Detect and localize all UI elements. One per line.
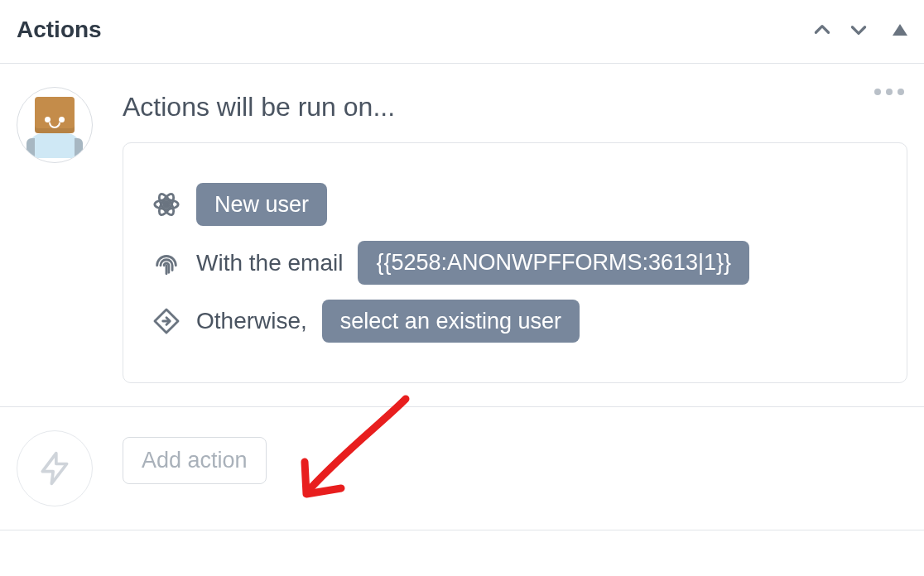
directions-icon (152, 307, 181, 335)
svg-marker-5 (42, 454, 66, 484)
atom-icon (152, 190, 181, 218)
user-avatar (17, 87, 93, 163)
boxhead-avatar-icon (26, 92, 84, 158)
actions-header: Actions (0, 0, 924, 64)
run-on-section: Actions will be run on... New user (0, 64, 924, 407)
rules-card: New user With the email {{5258:ANONWPFFO… (123, 142, 907, 383)
add-action-section: Add action (0, 407, 924, 530)
rule-with-email: With the email {{5258:ANONWPFFORMS:3613|… (152, 241, 878, 284)
move-down-button[interactable] (848, 19, 869, 41)
new-user-chip[interactable]: New user (196, 183, 327, 226)
collapse-toggle[interactable] (893, 24, 907, 36)
run-on-title: Actions will be run on... (123, 92, 907, 122)
lightning-icon (36, 450, 73, 487)
header-controls (811, 19, 907, 41)
add-action-button[interactable]: Add action (123, 437, 267, 484)
otherwise-label: Otherwise, (196, 308, 307, 334)
action-icon-circle (17, 430, 93, 506)
move-up-button[interactable] (811, 19, 833, 41)
with-email-label: With the email (196, 250, 343, 276)
run-on-body: Actions will be run on... New user (123, 87, 907, 383)
svg-point-0 (164, 202, 170, 208)
rule-otherwise: Otherwise, select an existing user (152, 300, 878, 343)
section-more-button[interactable] (874, 89, 904, 95)
header-title: Actions (17, 17, 102, 43)
add-action-body: Add action (123, 430, 907, 484)
rule-new-user: New user (152, 183, 878, 226)
select-existing-user-chip[interactable]: select an existing user (322, 300, 580, 343)
email-token-chip[interactable]: {{5258:ANONWPFFORMS:3613|1}} (358, 241, 749, 284)
fingerprint-icon (152, 249, 181, 277)
